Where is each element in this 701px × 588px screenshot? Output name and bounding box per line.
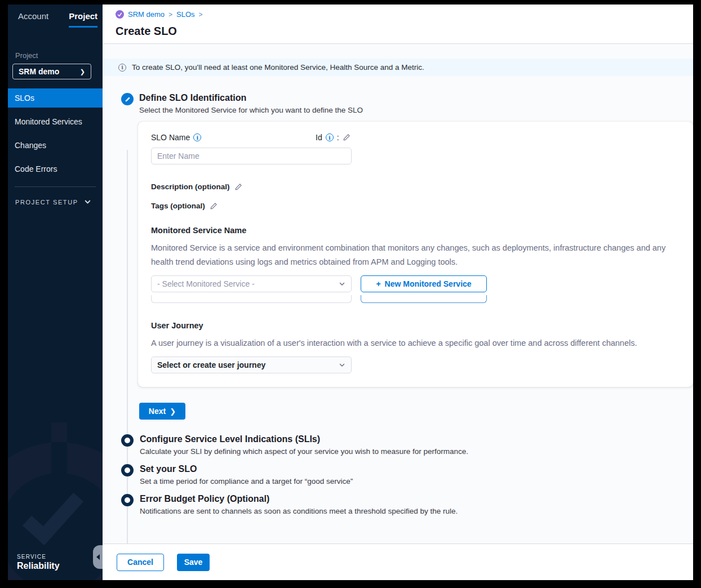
edit-icon[interactable] bbox=[234, 183, 242, 191]
project-selector[interactable]: SRM demo ❯ bbox=[12, 64, 91, 79]
wizard-step-slis[interactable]: Configure Service Level Indications (SLI… bbox=[121, 434, 693, 456]
srm-module-icon bbox=[116, 10, 124, 19]
sidebar-collapse-button[interactable] bbox=[93, 545, 103, 569]
user-journey-select[interactable]: Select or create user journey bbox=[151, 357, 352, 373]
cancel-button[interactable]: Cancel bbox=[117, 554, 164, 571]
plus-icon: + bbox=[376, 279, 380, 288]
main-panel: SRM demo > SLOs > Create SLO i To create… bbox=[103, 5, 693, 580]
step-title: Error Budget Policy (Optional) bbox=[140, 494, 458, 504]
id-label-group: Id i : bbox=[316, 133, 350, 142]
ghost-select-outline bbox=[151, 295, 352, 303]
chevron-down-icon bbox=[339, 362, 345, 368]
slo-name-input[interactable] bbox=[151, 148, 352, 164]
project-setup-toggle[interactable]: PROJECT SETUP bbox=[15, 198, 103, 206]
monitored-service-select[interactable]: - Select Monitored Service - bbox=[151, 275, 352, 292]
chevron-down-icon bbox=[339, 280, 345, 287]
user-journey-description: A user journey is a visualization of a u… bbox=[151, 336, 672, 350]
tags-label: Tags (optional) bbox=[151, 202, 693, 210]
user-journey-title: User Journey bbox=[151, 321, 693, 330]
info-icon[interactable]: i bbox=[193, 133, 201, 141]
id-label-text: Id bbox=[316, 133, 322, 142]
step-pending-badge bbox=[121, 494, 134, 506]
sidebar-item-slos[interactable]: SLOs bbox=[8, 88, 103, 108]
monitored-service-row: - Select Monitored Service - + New Monit… bbox=[151, 275, 693, 292]
breadcrumb-project[interactable]: SRM demo bbox=[128, 10, 165, 19]
tab-project[interactable]: Project bbox=[69, 11, 97, 28]
module-brand: SERVICE Reliability bbox=[17, 554, 60, 571]
app-window: Account Project Project SRM demo ❯ SLOs … bbox=[8, 5, 693, 580]
project-section-label: Project bbox=[15, 51, 103, 60]
info-banner-text: To create SLO, you'll need at least one … bbox=[132, 63, 424, 72]
step1-subtitle: Select the Monitored Service for which y… bbox=[139, 106, 363, 114]
slo-name-label: SLO Name i bbox=[151, 133, 316, 142]
monitored-service-title: Monitored Service Name bbox=[151, 226, 693, 235]
wizard-step-error-budget[interactable]: Error Budget Policy (Optional) Notificat… bbox=[121, 494, 693, 515]
tab-account[interactable]: Account bbox=[18, 11, 48, 28]
step-subtitle: Notifications are sent to channels as so… bbox=[140, 507, 458, 515]
breadcrumb: SRM demo > SLOs > bbox=[116, 10, 693, 19]
duplicate-controls-artifact bbox=[151, 295, 693, 303]
sidebar-nav: SLOs Monitored Services Changes Code Err… bbox=[8, 88, 103, 179]
chevron-right-icon: ❯ bbox=[80, 68, 85, 75]
ghost-button-outline bbox=[361, 295, 487, 303]
project-setup-label: PROJECT SETUP bbox=[15, 199, 78, 206]
user-journey-row: Select or create user journey bbox=[151, 357, 693, 373]
step-active-badge bbox=[121, 93, 134, 105]
description-label-text: Description (optional) bbox=[151, 182, 230, 191]
check-icon bbox=[23, 482, 83, 545]
chevron-left-icon bbox=[96, 554, 100, 560]
next-button[interactable]: Next ❯ bbox=[139, 403, 185, 420]
scope-tabs: Account Project bbox=[8, 5, 103, 28]
brand-reliability-label: Reliability bbox=[17, 561, 60, 571]
sidebar-item-changes[interactable]: Changes bbox=[8, 136, 103, 155]
edit-pencil-icon bbox=[125, 96, 131, 103]
sidebar: Account Project Project SRM demo ❯ SLOs … bbox=[8, 5, 103, 580]
step-subtitle: Set a time period for compliance and a t… bbox=[140, 477, 353, 485]
new-monitored-service-button[interactable]: + New Monitored Service bbox=[361, 275, 487, 292]
brand-service-label: SERVICE bbox=[17, 554, 60, 560]
monitored-service-description: Monitored Service is a service and envir… bbox=[151, 241, 672, 269]
page-header: SRM demo > SLOs > Create SLO bbox=[103, 5, 693, 44]
step-pending-badge bbox=[121, 464, 134, 476]
info-banner: i To create SLO, you'll need at least on… bbox=[103, 59, 693, 76]
save-button[interactable]: Save bbox=[177, 554, 210, 571]
form-footer: Cancel Save bbox=[103, 544, 693, 580]
page-title: Create SLO bbox=[116, 25, 693, 38]
project-selector-value: SRM demo bbox=[19, 67, 59, 76]
edit-icon[interactable] bbox=[210, 202, 218, 210]
breadcrumb-separator: > bbox=[199, 11, 203, 19]
step-title: Configure Service Level Indications (SLI… bbox=[140, 434, 468, 444]
breadcrumb-slos[interactable]: SLOs bbox=[176, 10, 195, 19]
sidebar-divider bbox=[15, 186, 96, 187]
info-icon[interactable]: i bbox=[326, 133, 334, 141]
chevron-down-icon bbox=[84, 198, 91, 206]
chevron-right-icon: ❯ bbox=[170, 407, 176, 416]
step-pending-badge bbox=[121, 434, 134, 447]
slo-identification-card: SLO Name i Id i : Description (optional) bbox=[138, 122, 693, 387]
info-icon: i bbox=[118, 64, 126, 72]
wizard-step-define-slo: Define SLO Identification Select the Mon… bbox=[121, 93, 693, 114]
name-id-row: SLO Name i Id i : bbox=[151, 133, 693, 142]
sidebar-item-code-errors[interactable]: Code Errors bbox=[8, 159, 103, 179]
tags-label-text: Tags (optional) bbox=[151, 202, 205, 210]
sidebar-item-monitored-services[interactable]: Monitored Services bbox=[8, 112, 103, 131]
edit-icon[interactable] bbox=[343, 133, 350, 141]
id-colon: : bbox=[337, 133, 339, 142]
wizard-step-set-slo[interactable]: Set your SLO Set a time period for compl… bbox=[121, 464, 693, 485]
step-title: Set your SLO bbox=[140, 464, 353, 474]
user-journey-select-value: Select or create user journey bbox=[157, 360, 265, 369]
wizard-pending-steps: Configure Service Level Indications (SLI… bbox=[121, 434, 693, 515]
step-subtitle: Calculate your SLI by defining which asp… bbox=[140, 447, 468, 456]
new-monitored-service-label: New Monitored Service bbox=[385, 279, 472, 288]
breadcrumb-separator: > bbox=[168, 11, 172, 19]
step1-title: Define SLO Identification bbox=[139, 93, 363, 103]
next-button-label: Next bbox=[149, 407, 166, 416]
page-content: i To create SLO, you'll need at least on… bbox=[103, 44, 693, 580]
slo-name-label-text: SLO Name bbox=[151, 133, 190, 142]
monitored-service-select-value: - Select Monitored Service - bbox=[157, 279, 255, 288]
description-label: Description (optional) bbox=[151, 182, 693, 191]
